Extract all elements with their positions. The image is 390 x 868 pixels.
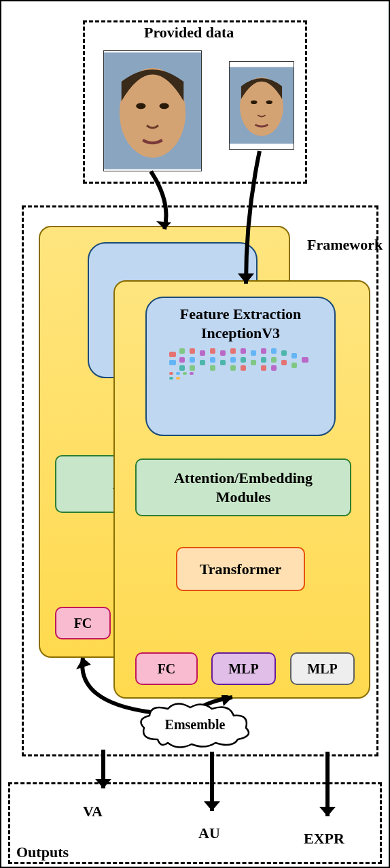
input-face-large (103, 50, 202, 171)
provided-data-label: Provided data (144, 24, 234, 41)
arrow-input-large-to-back (137, 168, 192, 243)
output-au-label: AU (198, 824, 220, 842)
mlp-block-1: MLP (211, 652, 276, 685)
outputs-label: Outputs (16, 844, 69, 861)
output-expr-label: EXPR (304, 830, 344, 848)
mlp-text-1: MLP (228, 661, 258, 677)
feature-extraction-block: Feature Extraction InceptionV3 (145, 297, 336, 436)
mlp-text-2: MLP (307, 661, 337, 677)
arrow-to-va (90, 746, 117, 801)
attention-line1: Attention/Embedding (174, 469, 313, 488)
arrow-input-small-to-front (232, 148, 273, 297)
svg-point-7 (266, 100, 272, 104)
arrow-to-expr (314, 748, 341, 829)
inception-architecture-icon (166, 345, 315, 382)
pipeline-card-front: Feature Extraction InceptionV3 (113, 280, 370, 699)
feature-extraction-line1: Feature Extraction (154, 305, 327, 324)
ensemble-cloud: Emsemble (137, 702, 253, 748)
transformer-block: Transformer (176, 547, 305, 591)
transformer-text: Transformer (200, 560, 282, 579)
attention-line2: Modules (174, 488, 313, 507)
output-va-label: VA (83, 803, 103, 820)
arrow-to-au (198, 748, 226, 823)
fc-block-back: FC (55, 607, 111, 639)
framework-label: Framework (307, 236, 383, 254)
fc-text-back: FC (74, 616, 92, 631)
feature-extraction-line2: InceptionV3 (154, 324, 327, 343)
ensemble-label: Emsemble (137, 717, 253, 733)
svg-point-2 (136, 103, 145, 110)
attention-block: Attention/Embedding Modules (135, 458, 351, 516)
svg-point-6 (251, 100, 257, 104)
mlp-block-2: MLP (290, 652, 355, 685)
svg-point-3 (160, 103, 169, 110)
input-face-small (229, 61, 294, 150)
